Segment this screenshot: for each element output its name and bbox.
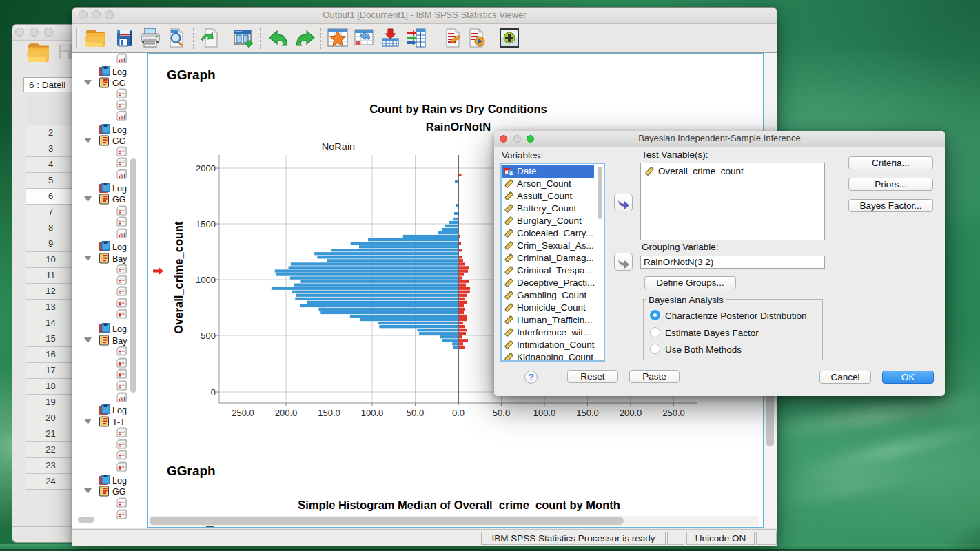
- svg-text:GG: GG: [112, 487, 125, 497]
- svg-text:0: 0: [211, 387, 216, 397]
- svg-text:50.0: 50.0: [493, 408, 510, 418]
- svg-text:200.0: 200.0: [620, 408, 642, 418]
- svg-text:GG: GG: [112, 136, 125, 146]
- svg-text:NoRain: NoRain: [322, 141, 355, 152]
- svg-text:100.0: 100.0: [533, 408, 556, 418]
- svg-text:Log: Log: [112, 242, 127, 252]
- svg-text:1500: 1500: [196, 219, 216, 229]
- svg-text:2000: 2000: [196, 163, 216, 174]
- svg-text:Log: Log: [112, 125, 127, 135]
- svg-text:150.0: 150.0: [576, 408, 599, 418]
- svg-text:Count by Rain vs Dry Condition: Count by Rain vs Dry Conditions: [369, 103, 547, 115]
- svg-text:250.0: 250.0: [662, 408, 685, 418]
- svg-text:250.0: 250.0: [232, 408, 254, 418]
- svg-text:Simple Histogram Median of Ove: Simple Histogram Median of Overall_crime…: [298, 499, 620, 511]
- svg-text:T-T: T-T: [112, 417, 125, 427]
- svg-text:GG: GG: [112, 79, 125, 88]
- svg-text:1000: 1000: [196, 275, 216, 285]
- svg-text:GG: GG: [112, 195, 125, 205]
- svg-text:500: 500: [201, 331, 216, 341]
- svg-text:Log: Log: [112, 67, 127, 77]
- svg-text:Bay: Bay: [112, 254, 127, 264]
- svg-text:0.0: 0.0: [452, 408, 465, 418]
- svg-text:Bay: Bay: [112, 336, 127, 346]
- svg-text:Log: Log: [112, 324, 127, 334]
- svg-text:100.0: 100.0: [361, 408, 384, 418]
- svg-text:200.0: 200.0: [275, 408, 298, 418]
- svg-text:50.0: 50.0: [407, 408, 424, 418]
- svg-text:Log: Log: [112, 406, 127, 415]
- svg-text:RainOrNotN: RainOrNotN: [426, 121, 491, 133]
- svg-text:GGraph: GGraph: [167, 464, 216, 478]
- svg-text:Log: Log: [112, 184, 127, 194]
- svg-text:Overall_crime_count: Overall_crime_count: [172, 221, 185, 334]
- svg-text:a: a: [509, 169, 513, 176]
- svg-text:Log: Log: [112, 476, 127, 486]
- svg-text:GGraph: GGraph: [167, 67, 216, 82]
- svg-text:150.0: 150.0: [318, 408, 340, 418]
